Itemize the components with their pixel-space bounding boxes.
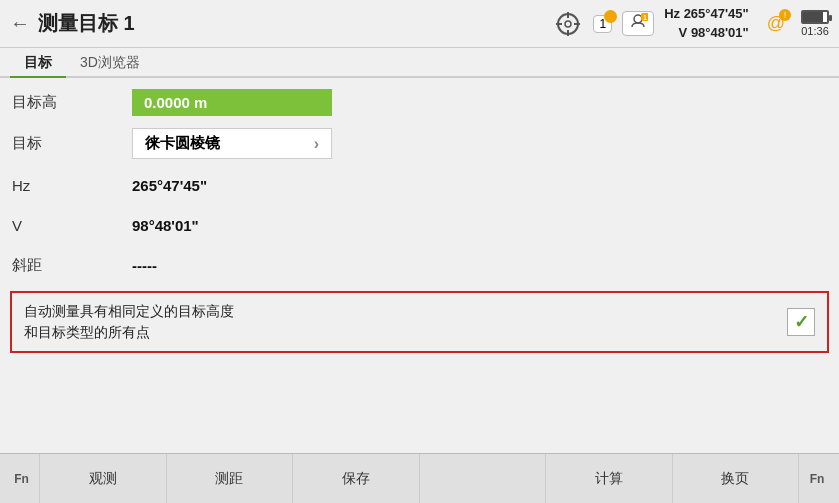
field-row-hz: Hz 265°47'45"	[0, 165, 839, 205]
toolbar-save[interactable]: 保存	[293, 454, 420, 503]
toolbar-calculate[interactable]: 计算	[546, 454, 673, 503]
content-area: 目标高 0.0000 m 目标 徕卡圆棱镜 › Hz 265°47'45" V …	[0, 78, 839, 453]
value-target-height[interactable]: 0.0000 m	[132, 89, 332, 116]
toolbar-switch-page[interactable]: 换页	[673, 454, 800, 503]
header-left: ← 测量目标 1	[10, 10, 553, 37]
bottom-toolbar: Fn 观测 测距 保存 计算 换页 Fn	[0, 453, 839, 503]
svg-point-1	[565, 21, 571, 27]
tab-3d-browser[interactable]: 3D浏览器	[66, 48, 154, 78]
chevron-right-icon: ›	[314, 135, 319, 153]
field-row-slope-dist: 斜距 -----	[0, 245, 839, 285]
badge-1: 1	[593, 15, 612, 33]
label-target: 目标	[12, 134, 132, 153]
header-icons: 1 1 Hz 265°47'45" V 98°48'01" @ !	[553, 5, 829, 41]
page-title: 测量目标 1	[38, 10, 135, 37]
hz-v-display: Hz 265°47'45" V 98°48'01"	[664, 5, 749, 41]
tabs-bar: 目标 3D浏览器	[0, 48, 839, 78]
auto-measure-checkbox[interactable]: ✓	[787, 308, 815, 336]
back-button[interactable]: ←	[10, 12, 30, 35]
toolbar-fn-left[interactable]: Fn	[4, 454, 40, 503]
at-icon-group: @ !	[763, 13, 785, 34]
label-hz: Hz	[12, 177, 132, 194]
battery-time-group: 01:36	[801, 10, 829, 37]
header: ← 测量目标 1 1 1	[0, 0, 839, 48]
svg-text:1: 1	[643, 14, 647, 21]
label-target-height: 目标高	[12, 93, 132, 112]
value-hz: 265°47'45"	[132, 177, 827, 194]
time-display: 01:36	[801, 25, 829, 37]
battery-icon	[801, 10, 829, 24]
label-slope-dist: 斜距	[12, 256, 132, 275]
value-slope-dist: -----	[132, 257, 827, 274]
badge-1-num	[604, 10, 617, 23]
crosshair-icon	[553, 9, 583, 39]
label-v: V	[12, 217, 132, 234]
hz-value: Hz 265°47'45"	[664, 5, 749, 23]
badge-2: 1	[622, 11, 654, 36]
field-row-target-height: 目标高 0.0000 m	[0, 82, 839, 122]
auto-measure-text: 自动测量具有相同定义的目标高度 和目标类型的所有点	[24, 301, 777, 343]
tab-target[interactable]: 目标	[10, 48, 66, 78]
at-badge: !	[779, 9, 791, 21]
v-value: V 98°48'01"	[664, 24, 749, 42]
svg-point-6	[634, 15, 642, 23]
checkmark-icon: ✓	[794, 311, 809, 333]
value-target[interactable]: 徕卡圆棱镜 ›	[132, 128, 332, 159]
toolbar-fn-right[interactable]: Fn	[799, 454, 835, 503]
target-value-text: 徕卡圆棱镜	[145, 134, 220, 153]
battery-fill	[803, 12, 823, 22]
field-row-v: V 98°48'01"	[0, 205, 839, 245]
field-row-target: 目标 徕卡圆棱镜 ›	[0, 122, 839, 165]
value-v: 98°48'01"	[132, 217, 827, 234]
toolbar-measure-dist[interactable]: 测距	[167, 454, 294, 503]
toolbar-observe[interactable]: 观测	[40, 454, 167, 503]
auto-measure-row[interactable]: 自动测量具有相同定义的目标高度 和目标类型的所有点 ✓	[10, 291, 829, 353]
toolbar-empty	[420, 454, 547, 503]
